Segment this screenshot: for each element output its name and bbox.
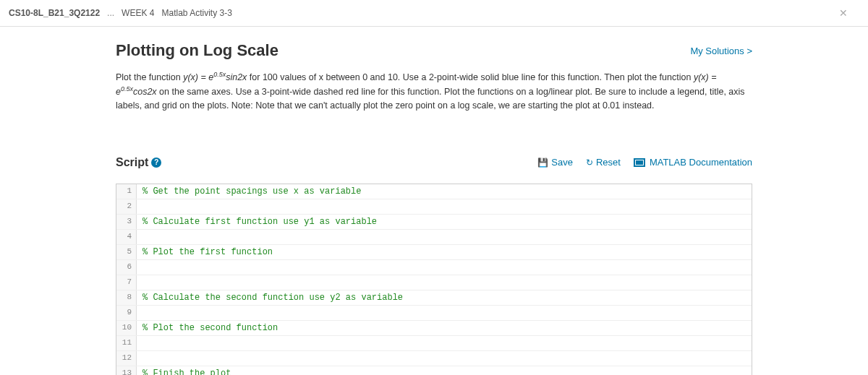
close-icon[interactable]: ✕ bbox=[835, 6, 852, 20]
editor-line[interactable]: 3% Calculate first function use y1 as va… bbox=[116, 215, 752, 230]
line-number: 5 bbox=[116, 245, 137, 259]
code-content[interactable]: % Calculate first function use y1 as var… bbox=[137, 215, 752, 229]
line-number: 9 bbox=[116, 306, 137, 320]
f2-exp: 0.5x bbox=[121, 85, 133, 92]
code-content[interactable]: % Plot the first function bbox=[137, 245, 752, 259]
my-solutions-link[interactable]: My Solutions > bbox=[690, 46, 752, 56]
code-content[interactable] bbox=[137, 230, 752, 244]
editor-line[interactable]: 4 bbox=[116, 230, 752, 245]
f1-rhs: sin2x bbox=[226, 72, 247, 82]
desc-func1: y(x) = e0.5xsin2x bbox=[183, 72, 247, 82]
editor-line[interactable]: 2 bbox=[116, 199, 752, 215]
desc-text: Plot the function bbox=[116, 72, 183, 82]
line-number: 4 bbox=[116, 230, 137, 244]
line-number: 10 bbox=[116, 321, 137, 335]
editor-line[interactable]: 9 bbox=[116, 306, 752, 321]
line-number: 2 bbox=[116, 199, 137, 214]
code-content[interactable] bbox=[137, 351, 752, 366]
problem-description: Plot the function y(x) = e0.5xsin2x for … bbox=[116, 70, 752, 113]
breadcrumb-ellipsis[interactable]: ... bbox=[107, 8, 114, 18]
code-content[interactable]: % Get the point spacings use x as variab… bbox=[137, 184, 752, 199]
breadcrumb-activity[interactable]: Matlab Activity 3-3 bbox=[161, 8, 231, 18]
line-number: 6 bbox=[116, 260, 137, 275]
f2-rhs: cos2x bbox=[133, 87, 157, 97]
line-number: 13 bbox=[116, 366, 137, 375]
desc-text3: on the same axes. Use a 3-point-wide das… bbox=[116, 87, 745, 111]
doc-label: MATLAB Documentation bbox=[650, 157, 752, 168]
code-content[interactable] bbox=[137, 199, 752, 214]
page-title: Plotting on Log Scale bbox=[116, 41, 278, 60]
breadcrumb-week[interactable]: WEEK 4 bbox=[122, 8, 154, 18]
editor-line[interactable]: 12 bbox=[116, 351, 752, 366]
reset-button[interactable]: ↻ Reset bbox=[586, 157, 621, 168]
help-icon[interactable]: ? bbox=[151, 158, 161, 168]
save-button[interactable]: 💾 Save bbox=[537, 157, 573, 168]
desc-text2: for 100 values of x between 0 and 10. Us… bbox=[247, 72, 694, 82]
editor-line[interactable]: 5% Plot the first function bbox=[116, 245, 752, 260]
code-content[interactable] bbox=[137, 275, 752, 290]
script-header: Script ? 💾 Save ↻ Reset MATLAB Documenta… bbox=[116, 156, 752, 169]
code-content[interactable] bbox=[137, 336, 752, 350]
code-content[interactable]: % Finish the plot bbox=[137, 366, 752, 375]
code-content[interactable] bbox=[137, 306, 752, 320]
editor-line[interactable]: 8% Calculate the second function use y2 … bbox=[116, 290, 752, 306]
code-content[interactable] bbox=[137, 260, 752, 275]
save-icon: 💾 bbox=[537, 158, 548, 168]
reset-label: Reset bbox=[596, 157, 621, 168]
line-number: 12 bbox=[116, 351, 137, 366]
line-number: 1 bbox=[116, 184, 137, 199]
matlab-doc-link[interactable]: MATLAB Documentation bbox=[634, 157, 752, 168]
line-number: 11 bbox=[116, 336, 137, 350]
code-content[interactable]: % Plot the second function bbox=[137, 321, 752, 335]
main-content: Plotting on Log Scale My Solutions > Plo… bbox=[0, 27, 868, 375]
doc-icon bbox=[634, 158, 645, 167]
code-editor[interactable]: 1% Get the point spacings use x as varia… bbox=[116, 184, 752, 375]
editor-line[interactable]: 6 bbox=[116, 260, 752, 275]
f1-exp: 0.5x bbox=[213, 71, 226, 78]
script-actions: 💾 Save ↻ Reset MATLAB Documentation bbox=[537, 157, 752, 168]
line-number: 3 bbox=[116, 215, 137, 229]
breadcrumb: CS10-8L_B21_3Q2122 ... WEEK 4 Matlab Act… bbox=[0, 0, 868, 27]
reset-icon: ↻ bbox=[586, 158, 593, 168]
code-content[interactable]: % Calculate the second function use y2 a… bbox=[137, 290, 752, 305]
editor-line[interactable]: 1% Get the point spacings use x as varia… bbox=[116, 184, 752, 199]
editor-line[interactable]: 11 bbox=[116, 336, 752, 351]
editor-line[interactable]: 13% Finish the plot bbox=[116, 366, 752, 375]
editor-line[interactable]: 7 bbox=[116, 275, 752, 290]
line-number: 7 bbox=[116, 275, 137, 290]
title-row: Plotting on Log Scale My Solutions > bbox=[116, 41, 752, 60]
breadcrumb-course[interactable]: CS10-8L_B21_3Q2122 bbox=[9, 8, 100, 18]
script-label: Script bbox=[116, 156, 148, 169]
editor-line[interactable]: 10% Plot the second function bbox=[116, 321, 752, 336]
line-number: 8 bbox=[116, 290, 137, 305]
f1-lhs: y(x) = e bbox=[183, 72, 213, 82]
save-label: Save bbox=[551, 157, 573, 168]
